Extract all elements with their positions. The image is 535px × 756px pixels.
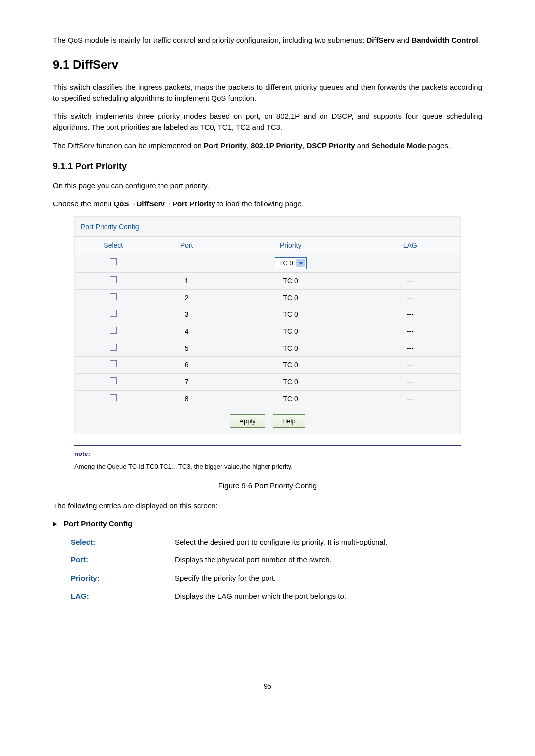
cell-priority: TC 0 — [221, 356, 360, 373]
col-select: Select — [75, 237, 152, 254]
def-desc: Displays the physical port number of the… — [175, 554, 482, 566]
def-row: Priority: Specify the priority for the p… — [71, 573, 482, 584]
def-desc: Specify the priority for the port. — [175, 573, 482, 584]
table-row: 3 TC 0 --- — [75, 306, 460, 323]
def-desc: Select the desired port to configure its… — [175, 537, 482, 548]
term: 802.1P Priority — [251, 141, 302, 150]
menu-path: QoS→DiffServ→Port Priority — [114, 200, 215, 208]
bullet-title: Port Priority Config — [64, 519, 132, 528]
note-label: note: — [74, 449, 461, 459]
cell-priority: TC 0 — [221, 306, 360, 323]
triangle-icon — [53, 522, 57, 527]
text: Choose the menu — [53, 200, 114, 208]
section-p1: This switch classifies the ingress packe… — [53, 82, 482, 104]
cell-priority: TC 0 — [221, 289, 360, 306]
def-desc: Displays the LAG number which the port b… — [175, 591, 482, 602]
port-priority-panel: Port Priority Config Select Port Priorit… — [74, 216, 461, 434]
cell-port: 5 — [152, 340, 221, 356]
row-checkbox[interactable] — [110, 377, 117, 384]
cell-lag: --- — [360, 272, 460, 289]
cell-priority: TC 0 — [221, 340, 360, 356]
col-port: Port — [152, 237, 221, 254]
cell-priority: TC 0 — [221, 390, 360, 407]
cell-lag: --- — [360, 289, 460, 306]
text: and — [355, 141, 371, 150]
intro-paragraph: The QoS module is mainly for traffic con… — [53, 35, 482, 46]
cell-port: 6 — [152, 356, 221, 373]
table-row: 4 TC 0 --- — [75, 323, 460, 340]
cell-priority: TC 0 — [221, 272, 360, 289]
table-filter-row: TC 0 — [75, 254, 460, 273]
subsection-heading: 9.1.1 Port Priority — [53, 160, 482, 173]
row-checkbox[interactable] — [110, 327, 117, 334]
panel-title: Port Priority Config — [75, 217, 460, 236]
def-row: Port: Displays the physical port number … — [71, 554, 482, 566]
cell-port: 8 — [152, 390, 221, 407]
section-heading: 9.1 DiffServ — [53, 56, 482, 74]
cell-lag: --- — [360, 306, 460, 323]
term: Schedule Mode — [372, 141, 426, 150]
priority-select[interactable]: TC 0 — [275, 257, 307, 269]
note-text: Among the Queue TC-id TC0,TC1…TC3, the b… — [74, 462, 461, 472]
row-checkbox[interactable] — [110, 344, 117, 351]
button-row: Apply Help — [75, 407, 460, 428]
col-lag: LAG — [360, 237, 460, 254]
term: DSCP Priority — [306, 141, 355, 150]
page-number: 95 — [53, 681, 482, 692]
text: pages. — [426, 141, 450, 150]
cell-lag: --- — [360, 340, 460, 356]
term: Port Priority — [204, 141, 247, 150]
def-term: Select: — [71, 537, 175, 548]
cell-priority: TC 0 — [221, 323, 360, 340]
cell-port: 1 — [152, 272, 221, 289]
subsection-p2: Choose the menu QoS→DiffServ→Port Priori… — [53, 199, 482, 210]
cell-priority: TC 0 — [221, 373, 360, 390]
table-row: 5 TC 0 --- — [75, 340, 460, 356]
table-row: 1 TC 0 --- — [75, 272, 460, 289]
apply-button[interactable]: Apply — [230, 414, 265, 428]
section-p3: The DiffServ function can be implemented… — [53, 140, 482, 151]
cell-port: 2 — [152, 289, 221, 306]
def-term: Port: — [71, 554, 175, 566]
subsection-p1: On this page you can configure the port … — [53, 180, 482, 192]
row-checkbox[interactable] — [110, 310, 117, 317]
term-bandwidth: Bandwidth Control — [411, 36, 478, 44]
row-checkbox[interactable] — [110, 360, 117, 367]
text: , — [247, 141, 251, 150]
row-checkbox[interactable] — [110, 293, 117, 300]
row-checkbox[interactable] — [110, 276, 117, 283]
help-button[interactable]: Help — [273, 414, 305, 428]
row-checkbox[interactable] — [110, 394, 117, 401]
text: The QoS module is mainly for traffic con… — [53, 36, 367, 44]
cell-port: 3 — [152, 306, 221, 323]
col-priority: Priority — [221, 237, 360, 254]
text: to load the following page. — [215, 200, 304, 208]
def-row: LAG: Displays the LAG number which the p… — [71, 591, 482, 602]
definitions-list: Select: Select the desired port to confi… — [71, 537, 482, 602]
cell-lag: --- — [360, 390, 460, 407]
chevron-down-icon — [296, 259, 305, 267]
table-row: 6 TC 0 --- — [75, 356, 460, 373]
table-row: 2 TC 0 --- — [75, 289, 460, 306]
def-row: Select: Select the desired port to confi… — [71, 537, 482, 548]
port-priority-table: Select Port Priority LAG TC 0 1 TC — [75, 236, 460, 407]
priority-select-value: TC 0 — [276, 258, 296, 268]
term-diffserv: DiffServ — [367, 36, 395, 44]
text: The DiffServ function can be implemented… — [53, 141, 204, 150]
select-all-checkbox[interactable] — [110, 258, 117, 265]
text: and — [395, 36, 411, 44]
cell-lag: --- — [360, 373, 460, 390]
cell-lag: --- — [360, 323, 460, 340]
text: . — [478, 36, 480, 44]
entries-intro: The following entries are displayed on t… — [53, 501, 482, 512]
def-term: LAG: — [71, 591, 175, 602]
cell-port: 7 — [152, 373, 221, 390]
figure-caption: Figure 9-6 Port Priority Config — [53, 480, 482, 492]
bullet-heading: Port Priority Config — [53, 518, 482, 530]
def-term: Priority: — [71, 573, 175, 584]
cell-port: 4 — [152, 323, 221, 340]
section-p2: This switch implements three priority mo… — [53, 111, 482, 133]
table-row: 7 TC 0 --- — [75, 373, 460, 390]
table-row: 8 TC 0 --- — [75, 390, 460, 407]
divider — [74, 445, 461, 446]
